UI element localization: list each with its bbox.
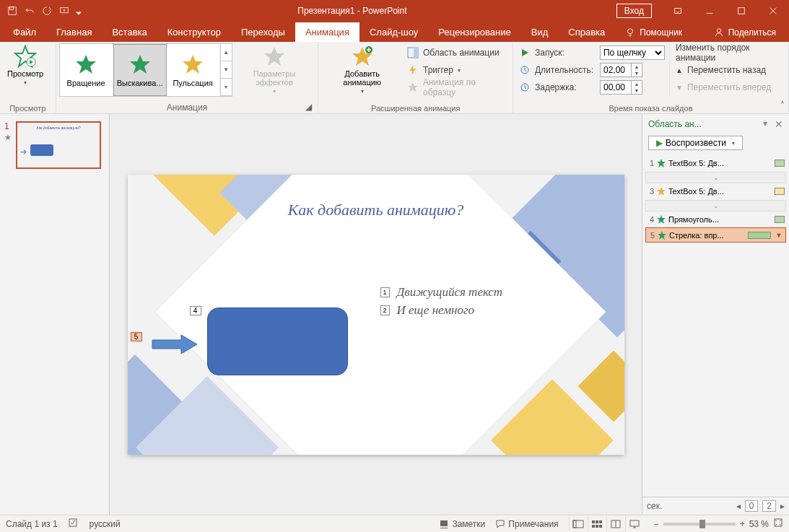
timeline-prev-icon[interactable]: ◂	[736, 501, 741, 511]
expand-row[interactable]: ⌄	[645, 200, 786, 212]
undo-icon[interactable]	[22, 3, 38, 19]
ribbon-display-icon[interactable]	[662, 0, 694, 22]
spin-up[interactable]: ▲	[632, 64, 642, 70]
close-button[interactable]	[757, 0, 789, 22]
add-animation-button[interactable]: Добавить анимацию ▾	[321, 43, 403, 96]
timeline-next-icon[interactable]: ▸	[780, 501, 785, 511]
star-icon	[657, 215, 666, 224]
svg-marker-12	[264, 47, 284, 66]
spin-up[interactable]: ▲	[632, 81, 642, 87]
tab-animation[interactable]: Анимация	[295, 22, 359, 42]
status-slide[interactable]: Слайд 1 из 1	[6, 519, 58, 529]
thumb-number: 1	[4, 121, 9, 131]
text-line-2[interactable]: И еще немного	[397, 303, 475, 318]
item-dropdown-icon[interactable]: ▼	[774, 232, 784, 239]
tab-transitions[interactable]: Переходы	[231, 22, 295, 42]
trigger-button[interactable]: Триггер ▾	[407, 62, 507, 78]
gallery-scroll[interactable]: ▲▼▾	[220, 44, 232, 96]
tab-design[interactable]: Конструктор	[157, 22, 231, 42]
slide-canvas[interactable]: Как добавить анимацию? 4 5 1 Движущийся …	[110, 114, 642, 515]
animpane-menu-icon[interactable]: ▾	[763, 118, 767, 130]
title-bar: Презентация1 - PowerPoint Вход	[0, 0, 789, 22]
group-advanced-label: Расширенная анимация	[321, 103, 510, 113]
save-icon[interactable]	[4, 3, 20, 19]
start-combo[interactable]: По щелчку	[600, 45, 665, 60]
animpane-footer: сек. ◂ 0 2 ▸	[642, 497, 789, 515]
tab-help[interactable]: Справка	[558, 22, 615, 42]
tab-insert[interactable]: Вставка	[102, 22, 157, 42]
animpane-title: Область ан...	[648, 119, 702, 129]
timeline-pg2: 2	[762, 500, 776, 512]
animpane-close-icon[interactable]: ✕	[775, 118, 783, 130]
anim-pulse[interactable]: Пульсация	[167, 44, 220, 96]
anim-tag-4[interactable]: 4	[190, 306, 201, 315]
delay-input[interactable]	[601, 82, 631, 92]
arrow-shape[interactable]	[151, 333, 199, 355]
collapse-ribbon-icon[interactable]: ˄	[780, 100, 785, 110]
animation-pane-button[interactable]: Область анимации	[407, 45, 507, 61]
animpane-item-1[interactable]: 1TextBox 5: Дв...	[645, 156, 786, 171]
redo-icon[interactable]	[39, 3, 55, 19]
animpane-item-4[interactable]: 4Прямоуголь...	[645, 212, 786, 227]
normal-view-icon[interactable]	[569, 517, 588, 531]
svg-rect-26	[573, 520, 576, 528]
tab-slideshow[interactable]: Слайд-шоу	[359, 22, 428, 42]
play-button[interactable]: ▶Воспроизвести▾	[648, 136, 743, 150]
fit-window-icon[interactable]	[773, 518, 783, 530]
share-button[interactable]: Поделиться	[704, 23, 786, 42]
anim-bounce[interactable]: Выскакива...	[113, 44, 167, 96]
thumb-preview[interactable]: Как добавить анимацию? ➔	[16, 121, 101, 169]
spin-down[interactable]: ▼	[632, 87, 642, 94]
spellcheck-icon[interactable]	[68, 517, 79, 531]
star-icon	[657, 187, 666, 196]
signin-button[interactable]: Вход	[616, 4, 652, 18]
notes-button[interactable]: Заметки	[439, 519, 485, 529]
group-preview: Просмотр ▾ Просмотр	[0, 42, 56, 113]
tab-file[interactable]: Файл	[3, 22, 46, 42]
group-timing: Запуск:По щелчку Длительность:▲▼ Задержк…	[513, 42, 789, 113]
duration-input[interactable]	[601, 65, 631, 75]
sorter-view-icon[interactable]	[588, 517, 606, 531]
animpane-item-3[interactable]: 3TextBox 5: Дв...	[645, 184, 786, 199]
minimize-button[interactable]	[694, 0, 725, 22]
qat-customize-icon[interactable]	[74, 3, 84, 19]
anim-rotate[interactable]: Вращение	[60, 44, 113, 96]
zoom-level[interactable]: 53 %	[749, 519, 769, 529]
notes-label: Заметки	[452, 519, 485, 529]
preview-button[interactable]: Просмотр ▾	[3, 43, 48, 87]
comments-button[interactable]: Примечания	[495, 519, 558, 529]
anim-tag-2[interactable]: 2	[380, 305, 390, 315]
dialog-launcher-icon[interactable]: ◢	[303, 102, 313, 112]
tab-review[interactable]: Рецензирование	[428, 22, 520, 42]
group-preview-label: Просмотр	[3, 103, 53, 113]
duration-spinner[interactable]: ▲▼	[600, 63, 642, 77]
text-line-1[interactable]: Движущийся текст	[397, 285, 503, 300]
zoom-slider[interactable]	[663, 523, 736, 526]
add-animation-label: Добавить анимацию	[326, 69, 398, 87]
slideshow-view-icon[interactable]	[625, 517, 644, 531]
status-language[interactable]: русский	[90, 519, 121, 529]
swatch	[775, 160, 785, 167]
delay-spinner[interactable]: ▲▼	[600, 80, 642, 95]
reading-view-icon[interactable]	[606, 517, 625, 531]
move-earlier-button[interactable]: ▲Переместить назад	[676, 62, 783, 78]
blue-rectangle-shape[interactable]	[207, 308, 348, 375]
start-slideshow-icon[interactable]	[56, 3, 72, 19]
anim-tag-1[interactable]: 1	[380, 287, 390, 297]
thumb-1[interactable]: 1 ★ Как добавить анимацию? ➔	[6, 121, 103, 169]
zoom-in-icon[interactable]: +	[740, 519, 745, 529]
zoom-out-icon[interactable]: −	[654, 519, 659, 529]
star-icon	[657, 159, 666, 167]
anim-tag-5[interactable]: 5	[131, 332, 142, 341]
maximize-button[interactable]	[725, 0, 757, 22]
spin-down[interactable]: ▼	[632, 70, 642, 77]
tab-home[interactable]: Главная	[46, 22, 102, 42]
tab-assistant[interactable]: Помощник	[615, 23, 692, 42]
slide[interactable]: Как добавить анимацию? 4 5 1 Движущийся …	[128, 175, 624, 455]
slide-title[interactable]: Как добавить анимацию?	[128, 201, 624, 219]
animation-gallery[interactable]: Вращение Выскакива... Пульсация ▲▼▾	[59, 43, 232, 97]
animation-pane-label: Область анимации	[423, 48, 500, 58]
expand-row[interactable]: ⌄	[645, 172, 786, 183]
tab-view[interactable]: Вид	[521, 22, 559, 42]
animpane-item-5[interactable]: 5Стрелка: впр...▼	[645, 227, 786, 243]
